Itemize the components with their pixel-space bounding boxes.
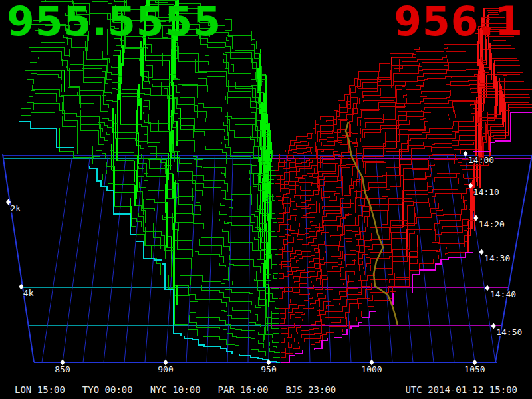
ask-slice xyxy=(276,28,507,197)
time-tick-label: 14:00 xyxy=(468,155,494,165)
price-tick-label: 1050 xyxy=(464,364,485,374)
best-bid-price: 955.5555 xyxy=(7,1,221,41)
bid-slice xyxy=(35,41,279,293)
time-tick-diamond xyxy=(464,151,468,157)
orderbook-depth-terminal: 8509009501000105014:0014:1014:2014:3014:… xyxy=(0,0,532,399)
price-tick-label: 1000 xyxy=(361,364,382,374)
clock-tyo: TYO 00:00 xyxy=(82,384,133,395)
price-gridline xyxy=(227,155,233,362)
bid-wall-highlight xyxy=(118,124,265,311)
price-gridline xyxy=(429,155,454,362)
bid-slice xyxy=(29,97,279,343)
bid-slice xyxy=(31,51,278,303)
bid-slice xyxy=(34,57,279,309)
time-tick-label: 14:10 xyxy=(473,187,499,197)
price-tick-label: 950 xyxy=(261,364,276,374)
price-gridline xyxy=(63,155,90,362)
bid-wall-highlight xyxy=(141,98,268,279)
price-tick-label: 900 xyxy=(158,364,173,374)
bid-wall-highlight xyxy=(138,90,268,275)
clock-par: PAR 16:00 xyxy=(218,384,269,395)
clock-nyc: NYC 10:00 xyxy=(150,384,201,395)
left-corner-axis xyxy=(3,154,34,362)
price-gridline xyxy=(186,155,198,362)
time-tick-label: 14:40 xyxy=(490,289,516,299)
time-tick-diamond xyxy=(479,249,484,255)
time-tick-label: 14:50 xyxy=(496,327,522,337)
ask-depth-surface xyxy=(275,8,532,362)
ask-slice xyxy=(275,24,501,184)
price-gridline xyxy=(42,155,72,362)
amount-tick-label: 4k xyxy=(23,288,34,298)
amount-tick-label: 2k xyxy=(11,203,21,213)
time-tick-label: 14:30 xyxy=(484,253,510,263)
time-tick-label: 14:20 xyxy=(479,219,505,229)
bid-depth-surface xyxy=(19,0,280,362)
status-bar: LON 15:00 TYO 00:00 NYC 10:00 PAR 16:00 … xyxy=(0,383,532,396)
clock-utc: UTC 2014-01-12 15:00 xyxy=(405,384,532,395)
price-gridline xyxy=(412,155,434,362)
bid-slice xyxy=(31,91,279,338)
bid-slice xyxy=(39,13,278,269)
best-ask-price: 956.1 xyxy=(394,1,523,41)
bid-slice xyxy=(31,35,278,289)
clock-bjs: BJS 23:00 xyxy=(285,384,336,395)
clock-lon: LON 15:00 xyxy=(15,384,65,395)
price-gridline xyxy=(124,155,144,362)
depth-chart-canvas: 8509009501000105014:0014:1014:2014:3014:… xyxy=(0,0,532,399)
time-tick-diamond xyxy=(491,323,496,329)
time-tick-diamond xyxy=(485,285,489,291)
price-gridline xyxy=(207,155,215,362)
bid-slice xyxy=(31,74,279,323)
price-tick-label: 850 xyxy=(55,364,70,374)
world-clocks: LON 15:00 TYO 00:00 NYC 10:00 PAR 16:00 … xyxy=(0,384,405,395)
